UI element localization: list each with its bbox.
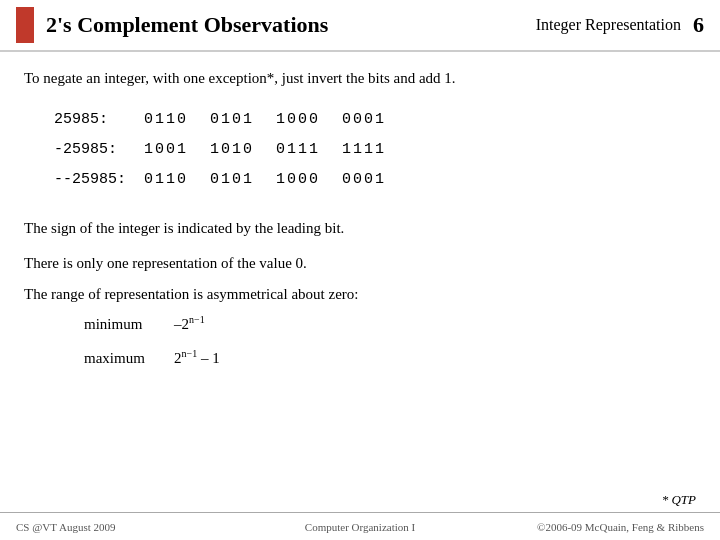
intro-text: To negate an integer, with one exception…	[24, 70, 696, 87]
range-rows: minimum –2n−1 maximum 2n−1 – 1	[84, 309, 696, 373]
code-row-3: --25985: 0110 0101 1000 0001	[54, 165, 696, 195]
header-accent-bar	[16, 7, 34, 43]
footer: CS @VT August 2009 Computer Organization…	[0, 512, 720, 540]
header: 2's Complement Observations Integer Repr…	[0, 0, 720, 52]
code-label-1: 25985:	[54, 105, 144, 135]
qtp-note: * QTP	[662, 492, 696, 508]
minimum-formula: –2n−1	[174, 309, 205, 339]
slide: 2's Complement Observations Integer Repr…	[0, 0, 720, 540]
maximum-formula: 2n−1 – 1	[174, 343, 220, 373]
code-value-1: 0110 0101 1000 0001	[144, 105, 386, 135]
code-section: 25985: 0110 0101 1000 0001 -25985: 1001 …	[54, 105, 696, 195]
footer-center: Computer Organization I	[245, 521, 474, 533]
range-section: The range of representation is asymmetri…	[24, 286, 696, 373]
footer-left: CS @VT August 2009	[16, 521, 245, 533]
paragraph-2: There is only one representation of the …	[24, 252, 696, 275]
header-right: Integer Representation 6	[536, 12, 704, 38]
range-intro: The range of representation is asymmetri…	[24, 286, 696, 303]
code-value-2: 1001 1010 0111 1111	[144, 135, 386, 165]
code-label-2: -25985:	[54, 135, 144, 165]
code-row-1: 25985: 0110 0101 1000 0001	[54, 105, 696, 135]
code-value-3: 0110 0101 1000 0001	[144, 165, 386, 195]
footer-right: ©2006-09 McQuain, Feng & Ribbens	[475, 521, 704, 533]
content-area: To negate an integer, with one exception…	[0, 52, 720, 383]
range-row-minimum: minimum –2n−1	[84, 309, 696, 339]
code-row-2: -25985: 1001 1010 0111 1111	[54, 135, 696, 165]
maximum-label: maximum	[84, 343, 154, 373]
header-page: 6	[693, 12, 704, 38]
range-row-maximum: maximum 2n−1 – 1	[84, 343, 696, 373]
header-topic: Integer Representation	[536, 16, 681, 34]
slide-title: 2's Complement Observations	[46, 12, 536, 38]
code-label-3: --25985:	[54, 165, 144, 195]
paragraph-1: The sign of the integer is indicated by …	[24, 217, 696, 240]
minimum-label: minimum	[84, 309, 154, 339]
